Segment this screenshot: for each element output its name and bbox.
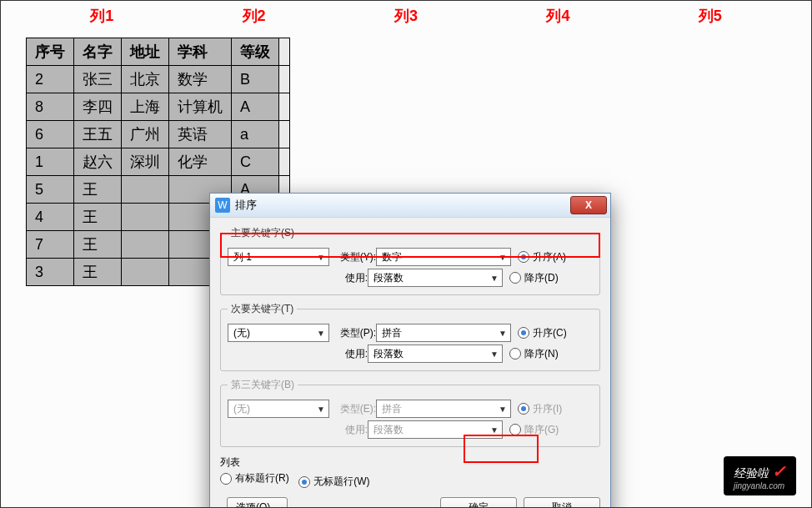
primary-desc-radio[interactable]: 降序(D) [509,271,559,285]
table-cell: 王 [74,176,122,204]
table-row: 8李四上海计算机A [27,93,290,121]
col-label-3: 列3 [330,6,482,26]
radio-off-icon [509,272,521,284]
primary-type-label: 类型(Y): [329,250,376,264]
table-cell: 广州 [122,121,169,148]
table-cell: 深圳 [122,148,169,176]
third-type-select: 拼音▼ [376,400,511,418]
check-icon: ✓ [772,462,786,480]
table-cell: 赵六 [74,148,122,176]
chevron-down-icon: ▼ [317,253,325,262]
table-cell: 6 [27,121,74,148]
column-labels: 列1 列2 列3 列4 列5 [26,6,786,26]
radio-off-icon [509,424,521,435]
chevron-down-icon: ▼ [317,329,325,338]
secondary-legend: 次要关键字(T) [228,302,297,316]
cancel-button[interactable]: 取消 [524,497,600,508]
table-cell: 张三 [74,66,122,93]
table-cell-extra [279,148,290,176]
table-cell: 8 [27,93,74,121]
table-cell: 4 [27,204,74,231]
table-cell: 2 [27,66,74,93]
close-icon: X [585,199,592,211]
no-header-radio[interactable]: 无标题行(W) [298,475,369,489]
secondary-asc-radio[interactable]: 升序(C) [518,326,567,340]
has-header-radio[interactable]: 有标题行(R) [220,471,289,485]
secondary-use-select[interactable]: 段落数▼ [368,345,503,363]
table-cell-extra [279,93,290,121]
table-cell: 3 [27,259,74,286]
secondary-type-select[interactable]: 拼音▼ [376,324,511,342]
table-cell-extra [279,66,290,93]
table-cell: 上海 [122,93,169,121]
table-cell: 王 [74,259,122,286]
options-button[interactable]: 选项(O)... [227,497,288,508]
app-icon: W [215,198,230,213]
table-cell: B [232,66,279,93]
th-name: 名字 [74,38,122,66]
list-legend: 列表 [220,455,600,470]
radio-off-icon [509,348,521,360]
third-asc-radio: 升序(I) [518,402,562,416]
radio-on-icon [518,403,529,415]
radio-on-icon [298,476,310,488]
primary-use-label: 使用: [321,271,368,285]
radio-off-icon [220,473,232,485]
table-cell: 王 [74,204,122,231]
third-key-group: 第三关键字(B) (无)▼ 类型(E): 拼音▼ 升序(I) 使用: 段落数▼ … [220,378,600,447]
chevron-down-icon: ▼ [490,350,499,359]
chevron-down-icon: ▼ [317,405,325,414]
table-cell: 王 [74,231,122,259]
table-row: 2张三北京数学B [27,66,290,93]
table-cell: 北京 [122,66,169,93]
chevron-down-icon: ▼ [499,253,507,262]
chevron-down-icon: ▼ [499,329,507,338]
table-cell [122,176,169,204]
primary-field-select[interactable]: 列 1▼ [228,248,329,266]
col-label-2: 列2 [178,6,329,26]
secondary-key-group: 次要关键字(T) (无)▼ 类型(P): 拼音▼ 升序(C) 使用: 段落数▼ … [220,302,600,371]
table-cell: 英语 [169,121,232,148]
secondary-field-select[interactable]: (无)▼ [228,324,329,342]
table-cell: 7 [27,231,74,259]
table-cell: 化学 [169,148,232,176]
chevron-down-icon: ▼ [490,425,499,435]
sort-dialog: W 排序 X 主要关键字(S) 列 1▼ 类型(Y): 数字▼ 升序(A) 使用… [209,193,611,508]
th-seq: 序号 [27,38,74,66]
chevron-down-icon: ▼ [490,274,499,283]
table-cell [122,231,169,259]
table-cell [122,204,169,231]
col-label-4: 列4 [482,6,634,26]
th-grade: 等级 [232,38,279,66]
th-addr: 地址 [122,38,169,66]
radio-on-icon [518,327,529,339]
table-cell: 数学 [169,66,232,93]
table-cell [122,259,169,286]
table-cell: a [232,121,279,148]
close-button[interactable]: X [570,196,607,214]
ok-button[interactable]: 确定 [440,497,517,508]
radio-on-icon [518,251,529,263]
col-label-5: 列5 [634,6,786,26]
third-use-select: 段落数▼ [368,420,503,439]
third-field-select: (无)▼ [228,400,329,418]
secondary-desc-radio[interactable]: 降序(N) [509,347,559,361]
table-cell: 5 [27,176,74,204]
chevron-down-icon: ▼ [499,405,507,414]
list-group: 列表 有标题行(R) 无标题行(W) [220,454,600,490]
table-cell: 计算机 [169,93,232,121]
dialog-title: 排序 [235,198,257,213]
third-legend: 第三关键字(B) [228,378,298,392]
primary-key-group: 主要关键字(S) 列 1▼ 类型(Y): 数字▼ 升序(A) 使用: 段落数▼ … [220,226,600,295]
th-extra [279,38,290,66]
table-cell: C [232,148,279,176]
primary-use-select[interactable]: 段落数▼ [368,269,503,287]
th-subj: 学科 [169,38,232,66]
primary-asc-radio[interactable]: 升序(A) [518,250,566,264]
table-cell: A [232,93,279,121]
primary-type-select[interactable]: 数字▼ [376,248,511,266]
table-cell: 李四 [74,93,122,121]
table-cell: 1 [27,148,74,176]
table-cell: 王五 [74,121,122,148]
dialog-titlebar[interactable]: W 排序 X [210,194,610,218]
